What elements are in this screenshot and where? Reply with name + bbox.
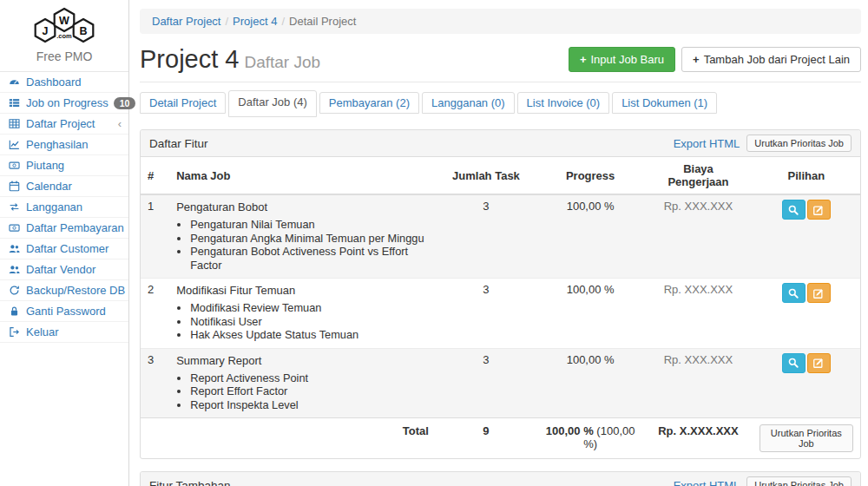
job-number: 1 [141,194,169,279]
calendar-icon [7,181,21,192]
panel-actions: Export HTMLUrutkan Prioritas Job [674,476,852,486]
column-header-: # [141,157,169,194]
sidebar-item-backup-restore-db[interactable]: Backup/Restore DB [0,280,128,301]
subtask-item: Report Effort Factor [190,384,429,398]
sidebar-item-ganti-password[interactable]: Ganti Password [0,301,128,322]
edit-icon [812,357,825,369]
page-title: Project 4 [140,45,239,73]
urutkan-prioritas-button[interactable]: Urutkan Prioritas Job [746,476,852,486]
tab-pembayaran-2[interactable]: Pembayaran (2) [319,92,419,114]
tab-detail-project[interactable]: Detail Project [140,92,226,114]
job-name-cell: Modifikasi Fitur TemuanModifikasi Review… [169,279,436,349]
urutkan-prioritas-button[interactable]: Urutkan Prioritas Job [760,424,853,452]
sidebar-item-dashboard[interactable]: Dashboard [0,72,128,93]
header-divider [140,82,861,82]
column-header-progress: Progress [536,157,644,194]
view-job-button[interactable] [782,283,806,303]
sidebar-item-label: Daftar Pembayaran [26,221,124,234]
sidebar-item-langganan[interactable]: Langganan [0,197,128,218]
svg-text:B: B [79,25,87,37]
sidebar-item-piutang[interactable]: Piutang [0,155,128,176]
sidebar-item-label: Calendar [26,180,72,193]
biaya-cell: Rp. XXX.XXX [644,194,752,279]
page-header: Project 4Daftar Job +Input Job Baru+Tamb… [140,45,861,74]
users-icon [7,243,21,254]
job-name: Pengaturan Bobot [176,200,429,214]
sidebar-item-calendar[interactable]: Calendar [0,176,128,197]
column-header-nama-job: Nama Job [169,157,436,194]
tab-daftar-job-4[interactable]: Daftar Job (4) [228,90,316,117]
export-html-link[interactable]: Export HTML [674,137,740,150]
sidebar-item-keluar[interactable]: Keluar [0,322,128,343]
sidebar: JWB.com Free PMO DashboardJob on Progres… [0,0,129,486]
brand[interactable]: JWB.com Free PMO [0,0,128,63]
panels-container: Daftar FiturExport HTMLUrutkan Prioritas… [140,129,861,486]
urutkan-prioritas-button[interactable]: Urutkan Prioritas Job [746,135,852,152]
sidebar-item-daftar-project[interactable]: Daftar Project‹ [0,114,128,135]
money-icon [7,160,21,171]
sidebar-item-job-on-progress[interactable]: Job on Progress10 [0,93,128,114]
sidebar-item-daftar-pembayaran[interactable]: Daftar Pembayaran [0,218,128,239]
subtask-item: Notifikasi User [190,315,429,329]
users-icon [7,264,21,275]
pilihan-cell [753,348,860,418]
tab-bar: Detail ProjectDaftar Job (4)Pembayaran (… [140,90,861,117]
pilihan-cell [753,194,860,279]
sidebar-item-daftar-customer[interactable]: Daftar Customer [0,239,128,259]
svg-text:J: J [43,25,49,37]
job-table: #Nama JobJumlah TaskProgressBiaya Penger… [141,157,860,458]
main-content: Daftar Project/Project 4/Detail Project … [129,0,868,486]
search-icon [787,357,799,369]
tab-langganan-0[interactable]: Langganan (0) [422,92,515,114]
sidebar-item-daftar-vendor[interactable]: Daftar Vendor [0,259,128,280]
subtask-item: Modifikasi Review Temuan [190,301,429,315]
refresh-icon [7,285,21,296]
page-titles: Project 4Daftar Job [140,45,320,74]
job-name: Modifikasi Fitur Temuan [176,283,429,298]
edit-job-button[interactable] [807,200,831,220]
breadcrumb-project-4[interactable]: Project 4 [233,15,277,28]
sidebar-item-label: Daftar Project [26,117,95,130]
sidebar-item-label: Penghasilan [26,138,89,151]
table-header-row: #Nama JobJumlah TaskProgressBiaya Penger… [141,157,860,194]
subtask-item: Pengaturan Nilai Temuan [190,218,429,232]
edit-job-button[interactable] [807,283,831,303]
panel-daftar-fitur: Daftar FiturExport HTMLUrutkan Prioritas… [140,129,861,459]
subtask-item: Report Inspekta Level [190,398,429,412]
input-job-baru-button[interactable]: +Input Job Baru [569,47,675,73]
tab-list-dokumen-1[interactable]: List Dokumen (1) [612,92,717,114]
tambah-job-dari-project-lain-button[interactable]: +Tambah Job dari Project Lain [681,47,861,73]
line-chart-icon [7,139,21,150]
sidebar-item-penghasilan[interactable]: Penghasilan [0,135,128,155]
breadcrumb-detail-project: Detail Project [289,15,356,28]
breadcrumb-separator: / [281,15,285,28]
column-header-pilihan: Pilihan [753,157,860,194]
total-tasks: 9 [436,418,536,459]
total-button-cell: Urutkan Prioritas Job [753,418,860,459]
edit-icon [812,204,825,216]
breadcrumb-daftar-project[interactable]: Daftar Project [152,15,220,28]
subtask-item: Pengaturan Bobot Activeness Point vs Eff… [190,245,429,272]
breadcrumb: Daftar Project/Project 4/Detail Project [140,9,861,34]
app-name: Free PMO [0,49,128,63]
table-row: 1Pengaturan BobotPengaturan Nilai Temuan… [141,194,860,279]
tab-list-invoice-0[interactable]: List Invoice (0) [517,92,610,114]
page-subtitle: Daftar Job [244,53,320,71]
view-job-button[interactable] [782,353,806,373]
column-header-jumlah-task: Jumlah Task [436,157,536,194]
edit-icon [812,287,825,299]
view-job-button[interactable] [782,200,806,220]
jwb-logo: JWB.com [24,5,104,44]
pilihan-cell [753,279,860,349]
total-row: Total9100,00 % (100,00 %)Rp. X.XXX.XXXUr… [141,418,860,459]
sidebar-item-label: Langganan [26,200,82,213]
progress-cell: 100,00 % [536,348,644,418]
exchange-icon [7,201,21,213]
edit-job-button[interactable] [807,353,831,373]
export-html-link[interactable]: Export HTML [674,479,740,486]
table-icon [7,118,21,129]
lock-icon [7,305,21,317]
dashboard-icon [7,76,21,88]
total-progress: 100,00 % (100,00 %) [536,418,644,459]
plus-icon: + [693,53,700,66]
